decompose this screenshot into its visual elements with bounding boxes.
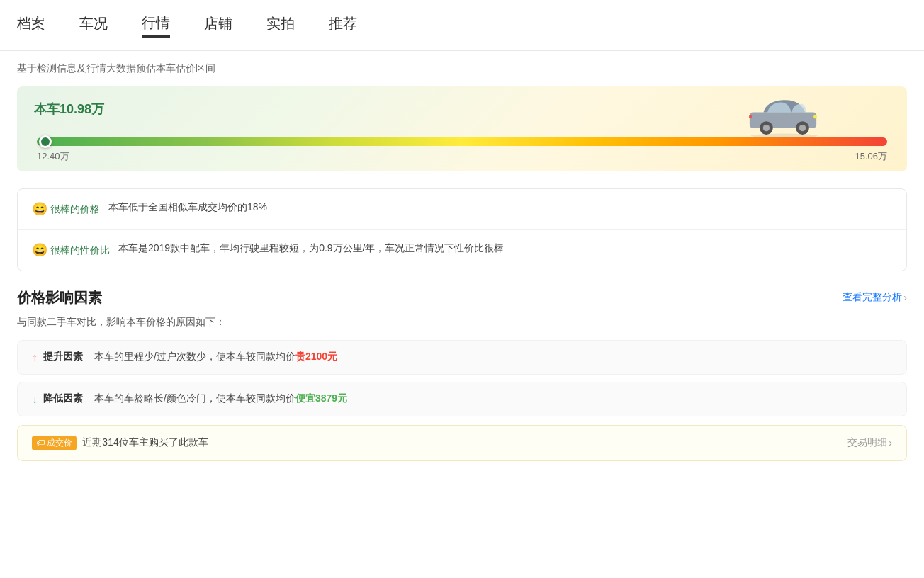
- slider-labels: 12.40万 15.06万: [37, 150, 887, 163]
- deal-chevron-icon: ›: [889, 437, 892, 448]
- factors-desc: 与同款二手车对比，影响本车价格的原因如下：: [17, 316, 907, 329]
- nav-item-shipai[interactable]: 实拍: [266, 14, 295, 36]
- rating-desc-value: 本车是2019款中配车，年均行驶里程较短，为0.9万公里/年，车况正常情况下性价…: [118, 240, 505, 256]
- nav-item-dianpu[interactable]: 店铺: [204, 14, 232, 36]
- rating-section: 😄 很棒的价格 本车低于全国相似车成交均价的18% 😄 很棒的性价比 本车是20…: [17, 188, 907, 271]
- price-slider: 12.40万 15.06万: [34, 137, 890, 163]
- arrow-up-icon: ↑: [32, 351, 38, 364]
- svg-rect-6: [749, 115, 752, 119]
- happy-icon: 😄: [32, 199, 47, 220]
- badge-label-price: 很棒的价格: [50, 201, 100, 217]
- rating-desc-price: 本车低于全国相似车成交均价的18%: [108, 199, 267, 215]
- factor-desc-up-before: 本车的里程少/过户次数少，使本车较同款均价: [94, 351, 295, 362]
- factor-desc-down: 本车的车龄略长/颜色冷门，使本车较同款均价便宜3879元: [94, 392, 347, 405]
- main-content: 基于检测信息及行情大数据预估本车估价区间 本车10.98万: [0, 51, 924, 472]
- happy-icon-2: 😄: [32, 240, 47, 261]
- deal-left: 🏷 成交价 近期314位车主购买了此款车: [32, 436, 208, 450]
- valuation-subtitle: 基于检测信息及行情大数据预估本车估价区间: [17, 62, 907, 75]
- slider-max-label: 15.06万: [855, 150, 887, 163]
- rating-badge-value: 😄 很棒的性价比: [32, 240, 110, 261]
- arrow-down-icon: ↓: [32, 393, 38, 406]
- factors-link-text: 查看完整分析: [843, 291, 902, 304]
- factor-item-down: ↓ 降低因素 本车的车龄略长/颜色冷门，使本车较同款均价便宜3879元: [17, 382, 907, 416]
- deal-badge: 🏷 成交价: [32, 436, 77, 450]
- factors-link[interactable]: 查看完整分析 ›: [843, 291, 907, 304]
- deal-icon: 🏷: [36, 438, 47, 448]
- factor-label-down: 降低因素: [43, 392, 83, 405]
- factor-desc-down-before: 本车的车龄略长/颜色冷门，使本车较同款均价: [94, 392, 295, 404]
- deal-link-text: 交易明细: [847, 436, 887, 449]
- factor-price-up: 贵2100元: [295, 351, 337, 362]
- car-image: [744, 94, 822, 143]
- nav-item-chekuang[interactable]: 车况: [79, 14, 108, 36]
- slider-dot: [39, 135, 52, 148]
- factors-section: 价格影响因素 查看完整分析 › 与同款二手车对比，影响本车价格的原因如下： ↑ …: [17, 288, 907, 416]
- svg-rect-5: [813, 115, 817, 119]
- deal-desc: 近期314位车主购买了此款车: [82, 436, 208, 449]
- factor-label-up: 提升因素: [43, 351, 83, 363]
- nav-bar: 档案 车况 行情 店铺 实拍 推荐: [0, 0, 924, 51]
- rating-item-value: 😄 很棒的性价比 本车是2019款中配车，年均行驶里程较短，为0.9万公里/年，…: [18, 230, 906, 271]
- rating-item-price: 😄 很棒的价格 本车低于全国相似车成交均价的18%: [18, 189, 906, 230]
- badge-label-value: 很棒的性价比: [50, 242, 110, 258]
- chevron-right-icon: ›: [903, 292, 907, 303]
- factor-desc-up: 本车的里程少/过户次数少，使本车较同款均价贵2100元: [94, 351, 337, 363]
- nav-item-dangan[interactable]: 档案: [17, 14, 45, 36]
- slider-track: [37, 137, 887, 146]
- price-banner: 本车10.98万: [17, 86, 907, 171]
- deal-link[interactable]: 交易明细 ›: [847, 436, 892, 449]
- nav-item-tuijian[interactable]: 推荐: [329, 14, 357, 36]
- svg-point-2: [763, 125, 770, 131]
- factors-header: 价格影响因素 查看完整分析 ›: [17, 288, 907, 307]
- factors-title: 价格影响因素: [17, 288, 102, 307]
- nav-item-hangqing[interactable]: 行情: [142, 13, 170, 38]
- factor-price-down: 便宜3879元: [295, 392, 347, 404]
- rating-badge-price: 😄 很棒的价格: [32, 199, 100, 220]
- deal-section: 🏷 成交价 近期314位车主购买了此款车 交易明细 ›: [17, 425, 907, 461]
- svg-point-4: [799, 125, 806, 131]
- slider-min-label: 12.40万: [37, 150, 69, 163]
- factor-item-up: ↑ 提升因素 本车的里程少/过户次数少，使本车较同款均价贵2100元: [17, 340, 907, 375]
